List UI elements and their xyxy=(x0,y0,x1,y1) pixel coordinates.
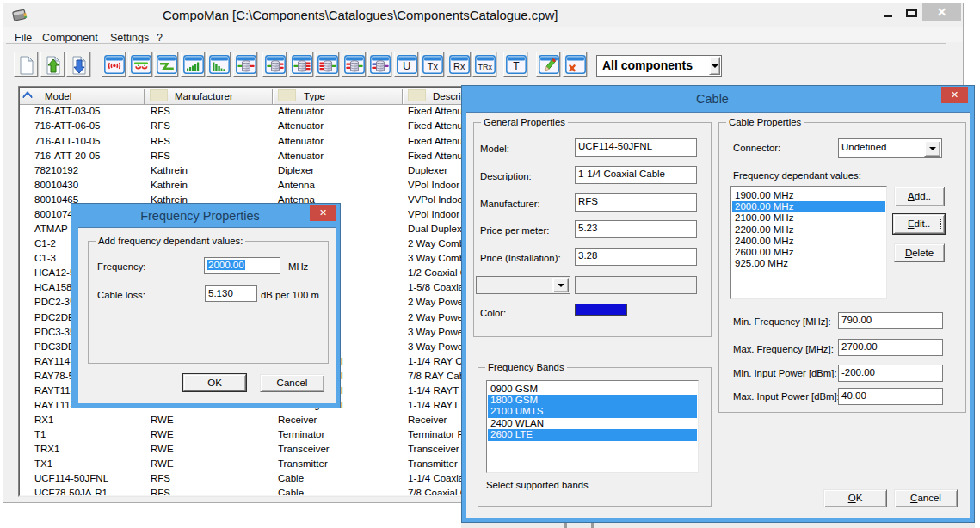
svg-text:U: U xyxy=(403,59,410,72)
svg-text:Tx: Tx xyxy=(428,61,439,71)
svg-text:T: T xyxy=(513,60,520,72)
svg-text:Rx: Rx xyxy=(453,61,465,71)
svg-text:TRx: TRx xyxy=(478,63,493,71)
